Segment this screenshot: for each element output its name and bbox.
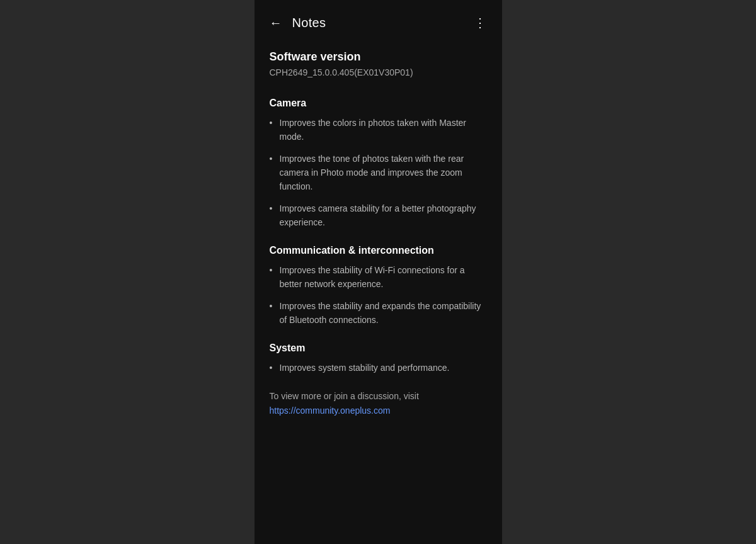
footer-text: To view more or join a discussion, visit (270, 391, 419, 401)
software-version-value: CPH2649_15.0.0.405(EX01V30P01) (270, 67, 487, 77)
list-item: Improves the stability and expands the c… (270, 300, 487, 327)
communication-bullet-list: Improves the stability of Wi-Fi connecti… (270, 264, 487, 327)
right-side-area (501, 0, 756, 544)
more-options-button[interactable]: ⋮ (474, 15, 487, 30)
header-left: ← Notes (270, 16, 326, 30)
page-title: Notes (292, 16, 326, 30)
camera-section: Camera Improves the colors in photos tak… (270, 98, 487, 230)
software-version-label: Software version (270, 50, 487, 64)
footer-section: To view more or join a discussion, visit… (270, 390, 487, 416)
communication-section: Communication & interconnection Improves… (270, 245, 487, 327)
list-item: Improves the stability of Wi-Fi connecti… (270, 264, 487, 291)
app-header: ← Notes ⋮ (255, 0, 502, 40)
system-bullet-list: Improves system stability and performanc… (270, 361, 487, 375)
left-side-area (0, 0, 255, 544)
main-content: Software version CPH2649_15.0.0.405(EX01… (255, 40, 502, 436)
list-item: Improves system stability and performanc… (270, 361, 487, 375)
outer-wrapper: ← Notes ⋮ Software version CPH2649_15.0.… (0, 0, 756, 544)
community-link[interactable]: https://community.oneplus.com (270, 405, 487, 416)
back-button[interactable]: ← (270, 16, 282, 30)
list-item: Improves the tone of photos taken with t… (270, 152, 487, 193)
app-screen: ← Notes ⋮ Software version CPH2649_15.0.… (255, 0, 502, 544)
camera-section-title: Camera (270, 98, 487, 109)
camera-bullet-list: Improves the colors in photos taken with… (270, 116, 487, 230)
list-item: Improves camera stability for a better p… (270, 202, 487, 229)
system-section-title: System (270, 343, 487, 354)
software-version-section: Software version CPH2649_15.0.0.405(EX01… (270, 50, 487, 77)
system-section: System Improves system stability and per… (270, 343, 487, 375)
communication-section-title: Communication & interconnection (270, 245, 487, 256)
list-item: Improves the colors in photos taken with… (270, 116, 487, 144)
